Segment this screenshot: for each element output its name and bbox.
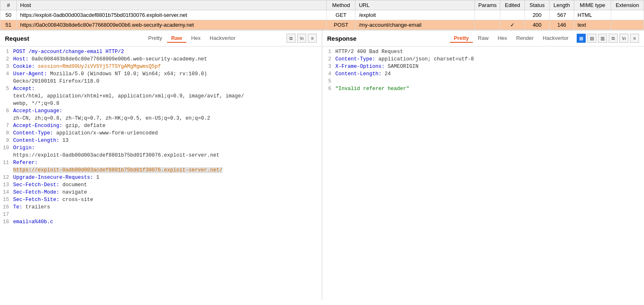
line-content: Gecko/20100101 Firefox/118.0	[13, 78, 322, 85]
line-content: Sec-Fetch-Mode: navigate	[13, 189, 322, 196]
tab-hackvertor-req[interactable]: Hackvertor	[206, 34, 240, 43]
tab-render-res[interactable]: Render	[512, 34, 538, 43]
cell-edited	[500, 10, 525, 20]
line-content: Content-Type: application/json; charset=…	[335, 55, 644, 63]
code-line: 14Sec-Fetch-Mode: navigate	[0, 189, 322, 196]
cell-status: 400	[525, 20, 550, 30]
cell-params	[475, 20, 500, 30]
col-mime[interactable]: MIME type	[574, 0, 611, 10]
col-length[interactable]: Length	[550, 0, 574, 10]
line-content	[335, 78, 644, 85]
copy-icon-req[interactable]: ⧉	[286, 34, 296, 43]
line-number: 18	[0, 218, 13, 226]
list-icon-res[interactable]: ▤	[587, 34, 596, 43]
code-line: 5Accept:	[0, 85, 322, 92]
tab-hex-req[interactable]: Hex	[187, 34, 205, 43]
line-number: 2	[322, 55, 335, 63]
line-content: Sec-Fetch-Site: cross-site	[13, 196, 322, 203]
line-content: User-Agent: Mozilla/5.0 (Windows NT 10.0…	[13, 70, 322, 78]
line-content: https://exploit-0adb00d003acdef8801b75bd…	[13, 152, 322, 159]
line-content: POST /my-account/change-email HTTP/2	[13, 48, 322, 55]
line-number: 5	[322, 78, 335, 85]
tab-hex-res[interactable]: Hex	[493, 34, 511, 43]
tab-raw-res[interactable]: Raw	[474, 34, 493, 43]
col-host[interactable]: Host	[17, 0, 327, 10]
line-number	[0, 152, 13, 159]
line-content: HTTP/2 400 Bad Request	[335, 48, 644, 55]
line-number: 7	[0, 122, 13, 129]
code-line: 9Content-Length: 13	[0, 137, 322, 144]
line-number: 2	[0, 55, 13, 63]
code-line: 8Content-Type: application/x-www-form-ur…	[0, 129, 322, 137]
response-code: 1HTTP/2 400 Bad Request2Content-Type: ap…	[322, 46, 644, 300]
response-toolbar: ▦ ▤ ▥ ⧉ \n ≡	[577, 34, 639, 43]
line-number	[0, 115, 13, 122]
code-line: 1POST /my-account/change-email HTTP/2	[0, 48, 322, 55]
line-content: Sec-Fetch-Dest: document	[13, 181, 322, 189]
code-line: 2Content-Type: application/json; charset…	[322, 55, 644, 63]
response-panel: Response Pretty Raw Hex Render Hackverto…	[322, 30, 644, 300]
cell-num: 50	[0, 10, 17, 20]
tab-pretty-res[interactable]: Pretty	[450, 34, 473, 43]
code-line: 4Content-Length: 24	[322, 70, 644, 78]
cell-host: https://0a0c008403b8de6c80e77668009e00b6…	[17, 20, 327, 30]
code-line: 15Sec-Fetch-Site: cross-site	[0, 196, 322, 203]
wrap-icon-res[interactable]: \n	[619, 34, 628, 43]
col-params[interactable]: Params	[475, 0, 500, 10]
line-number: 13	[0, 181, 13, 189]
line-number: 5	[0, 85, 13, 92]
cell-extension	[611, 10, 644, 20]
menu-icon-res[interactable]: ≡	[630, 34, 639, 43]
cell-url: /my-account/change-email	[355, 20, 475, 30]
col-extension[interactable]: Extension	[611, 0, 644, 10]
line-content: Content-Type: application/x-www-form-url…	[13, 129, 322, 137]
line-number: 11	[0, 159, 13, 166]
tab-hackvertor-res[interactable]: Hackvertor	[539, 34, 573, 43]
code-line: text/html, application/xhtml+xml, applic…	[0, 92, 322, 100]
cols-icon-res[interactable]: ▥	[598, 34, 607, 43]
cell-method: POST	[327, 20, 355, 30]
grid-icon-res[interactable]: ▦	[577, 34, 586, 43]
cell-num: 51	[0, 20, 17, 30]
cell-params	[475, 10, 500, 20]
request-title: Request	[5, 35, 144, 42]
line-content: Accept-Language:	[13, 107, 322, 115]
line-number	[0, 78, 13, 85]
code-line: 13Sec-Fetch-Dest: document	[0, 181, 322, 189]
code-line: 18email=a%40b.c	[0, 218, 322, 226]
wrap-icon-req[interactable]: \n	[297, 34, 306, 43]
table-row[interactable]: 50 https://exploit-0adb00d003acdef8801b7…	[0, 10, 644, 20]
col-method[interactable]: Method	[327, 0, 355, 10]
cell-length: 146	[550, 20, 574, 30]
cell-edited: ✓	[500, 20, 525, 30]
request-header: Request Pretty Raw Hex Hackvertor ⧉ \n ≡	[0, 30, 322, 46]
line-content: Referer:	[13, 159, 322, 166]
line-number: 6	[322, 85, 335, 92]
line-number: 12	[0, 174, 13, 181]
tab-pretty-req[interactable]: Pretty	[144, 34, 166, 43]
col-edited[interactable]: Edited	[500, 0, 525, 10]
code-line: 12Upgrade-Insecure-Requests: 1	[0, 174, 322, 181]
col-url[interactable]: URL	[355, 0, 475, 10]
code-line: 5	[322, 78, 644, 85]
line-content: https://exploit-0adb00d003acdef8801b75bd…	[13, 166, 322, 174]
line-content: Host: 0a0c008403b8de6c80e77668009e00b6.w…	[13, 55, 322, 63]
app-container: # Host Method URL Params Edited Status L…	[0, 0, 644, 300]
code-line: 17	[0, 211, 322, 218]
cell-mime: text	[574, 20, 611, 30]
col-status[interactable]: Status	[525, 0, 550, 10]
line-content: Accept-Encoding: gzip, deflate	[13, 122, 322, 129]
line-content: Accept:	[13, 85, 322, 92]
tab-raw-req[interactable]: Raw	[167, 34, 186, 43]
code-line: 7Accept-Encoding: gzip, deflate	[0, 122, 322, 129]
code-line: https://exploit-0adb00d003acdef8801b75bd…	[0, 166, 322, 174]
line-content: "Invalid referer header"	[335, 85, 644, 92]
line-number: 10	[0, 144, 13, 152]
menu-icon-req[interactable]: ≡	[308, 34, 317, 43]
cell-extension	[611, 20, 644, 30]
col-num[interactable]: #	[0, 0, 17, 10]
table-row[interactable]: 51 https://0a0c008403b8de6c80e77668009e0…	[0, 20, 644, 30]
line-number: 1	[322, 48, 335, 55]
copy-icon-res[interactable]: ⧉	[609, 34, 618, 43]
response-header: Response Pretty Raw Hex Render Hackverto…	[322, 30, 644, 46]
